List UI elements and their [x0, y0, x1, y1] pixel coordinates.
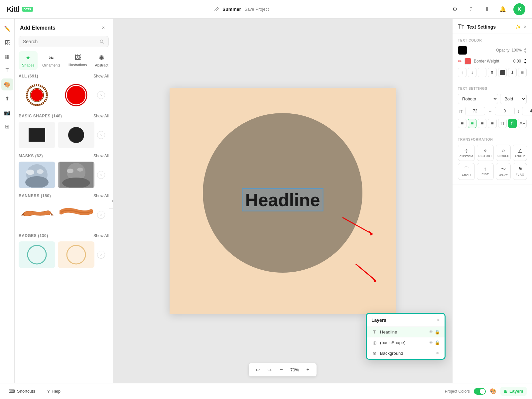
- section-badges-show-all[interactable]: Show All: [93, 233, 109, 238]
- section-masks-show-all[interactable]: Show All: [93, 154, 109, 158]
- layer-item-basicshape[interactable]: ◎ (basicShape) 👁 🔒: [367, 337, 445, 348]
- settings-button[interactable]: ⚙: [450, 4, 460, 15]
- cat-abstract[interactable]: ✺ Abstract: [91, 51, 111, 70]
- settings-close-icon[interactable]: ×: [524, 24, 527, 30]
- transform-wave[interactable]: 〜 WAVE: [496, 163, 511, 180]
- align-bottom[interactable]: ⬇: [508, 68, 517, 77]
- zoom-level[interactable]: 70%: [289, 367, 301, 372]
- badge-item-1[interactable]: [19, 241, 55, 268]
- redo-button[interactable]: ↪: [265, 365, 274, 374]
- cat-shapes[interactable]: ✦ Shapes: [19, 51, 38, 70]
- avatar[interactable]: K: [513, 3, 525, 15]
- layers-close-button[interactable]: ×: [437, 317, 440, 323]
- shortcuts-button[interactable]: ⌨ Shortcuts: [5, 387, 39, 396]
- layer-visibility-headline[interactable]: 👁: [429, 330, 433, 334]
- mask-item-2[interactable]: [58, 162, 94, 188]
- section-banners-show-all[interactable]: Show All: [93, 194, 109, 198]
- save-project-button[interactable]: Save Project: [244, 7, 269, 12]
- tool-grid[interactable]: ⊞: [1, 120, 13, 132]
- text-format-ligature[interactable]: A+: [518, 119, 527, 128]
- transform-flag[interactable]: ⚑ FLAG: [513, 163, 527, 180]
- all-item-1[interactable]: [19, 82, 55, 108]
- transform-rise[interactable]: ↑ RISE: [477, 163, 494, 180]
- download-button[interactable]: ⬇: [481, 4, 492, 15]
- text-align-left[interactable]: ≡: [458, 119, 466, 128]
- close-panel-button[interactable]: ×: [99, 24, 107, 32]
- palette-icon[interactable]: 🎨: [490, 388, 496, 394]
- banners-section-next[interactable]: ›: [97, 211, 105, 219]
- align-justify[interactable]: ≡: [518, 68, 527, 77]
- logo[interactable]: Kittl: [7, 5, 19, 14]
- help-button[interactable]: ? Help: [44, 387, 64, 396]
- border-color-swatch[interactable]: [465, 58, 471, 65]
- undo-button[interactable]: ↩: [253, 365, 262, 374]
- masks-section-next[interactable]: ›: [97, 171, 105, 179]
- cat-ornaments[interactable]: ❧ Ornaments: [39, 51, 64, 70]
- basic-item-1[interactable]: [19, 122, 55, 148]
- transform-angle[interactable]: ∠ ANGLE: [513, 145, 527, 161]
- basic-section-next[interactable]: ›: [97, 131, 105, 139]
- canvas-headline[interactable]: Headline: [242, 188, 323, 211]
- border-up[interactable]: ▲: [524, 58, 527, 61]
- canvas-area[interactable]: Headline ↩ ↪ − 70% + Layers ×: [113, 19, 452, 383]
- section-all-show-all[interactable]: Show All: [93, 74, 109, 78]
- banner-item-1[interactable]: [19, 201, 55, 228]
- badges-section-next[interactable]: ›: [97, 251, 105, 259]
- project-name[interactable]: Summer: [222, 7, 241, 12]
- tool-table[interactable]: ▦: [1, 51, 13, 63]
- layer-item-background[interactable]: ⊘ Background 👁: [367, 348, 445, 359]
- section-basic-show-all[interactable]: Show All: [93, 114, 109, 118]
- border-down[interactable]: ▼: [524, 61, 527, 65]
- all-item-2[interactable]: [58, 82, 94, 108]
- align-superscript[interactable]: ↑: [458, 68, 466, 77]
- cat-illustrations[interactable]: 🖼 Illustrations: [65, 51, 90, 70]
- align-middle[interactable]: ⬛: [498, 68, 507, 77]
- opacity-down[interactable]: ▼: [524, 51, 527, 54]
- badge-item-2[interactable]: [58, 241, 94, 268]
- layer-lock-headline[interactable]: 🔒: [435, 330, 440, 334]
- layer-visibility-basicshape[interactable]: 👁: [429, 340, 433, 345]
- layer-item-headline[interactable]: T Headline 👁 🔒: [367, 327, 445, 337]
- panel-collapse-handle[interactable]: ›: [109, 193, 113, 209]
- zoom-out-button[interactable]: −: [277, 365, 286, 374]
- all-section-next[interactable]: ›: [97, 91, 105, 99]
- search-box[interactable]: [19, 36, 109, 47]
- text-format-tt[interactable]: TT: [498, 119, 507, 128]
- transform-distort[interactable]: ⟡ DISTORT: [477, 145, 494, 161]
- opacity-up[interactable]: ▲: [524, 47, 527, 50]
- zoom-in-button[interactable]: +: [303, 365, 313, 374]
- tool-upload[interactable]: ⬆: [1, 92, 13, 104]
- tool-text[interactable]: T: [1, 65, 13, 76]
- align-strikethrough[interactable]: —: [478, 68, 486, 77]
- font-family-select[interactable]: Roboto: [458, 94, 498, 104]
- tool-photos[interactable]: 📷: [1, 106, 13, 118]
- text-align-full[interactable]: ≡: [488, 119, 496, 128]
- tool-elements[interactable]: 🎨: [1, 78, 13, 90]
- layer-visibility-background[interactable]: 👁: [436, 351, 440, 356]
- text-align-center[interactable]: ≡: [468, 119, 476, 128]
- tool-image[interactable]: 🖼: [1, 37, 13, 49]
- align-top[interactable]: ⬆: [488, 68, 496, 77]
- project-colors-toggle[interactable]: [474, 388, 486, 395]
- transform-custom[interactable]: ⊹ CUSTOM: [458, 145, 475, 161]
- transform-circle[interactable]: ○ CIRCLE: [496, 145, 511, 161]
- share-button[interactable]: ⤴: [466, 4, 476, 15]
- text-color-swatch[interactable]: [458, 46, 467, 55]
- tracking-input[interactable]: [495, 107, 515, 115]
- search-input[interactable]: [23, 39, 97, 44]
- align-subscript[interactable]: ↓: [468, 68, 476, 77]
- leading-input[interactable]: [522, 107, 532, 115]
- notification-button[interactable]: 🔔: [497, 4, 508, 15]
- transform-arch[interactable]: ⌒ ARCH: [458, 163, 475, 180]
- layer-lock-basicshape[interactable]: 🔒: [435, 340, 440, 345]
- canvas[interactable]: Headline: [170, 88, 396, 314]
- font-size-input[interactable]: [465, 107, 485, 115]
- text-align-right[interactable]: ≡: [478, 119, 486, 128]
- basic-item-2[interactable]: [58, 122, 94, 148]
- text-format-fi[interactable]: fi: [508, 119, 517, 128]
- mask-item-1[interactable]: [19, 162, 55, 188]
- font-weight-select[interactable]: Bold: [500, 94, 527, 104]
- banner-item-2[interactable]: [58, 201, 94, 228]
- tool-edit[interactable]: ✏️: [1, 23, 13, 35]
- layers-tab-button[interactable]: ⊞ Layers: [500, 387, 527, 396]
